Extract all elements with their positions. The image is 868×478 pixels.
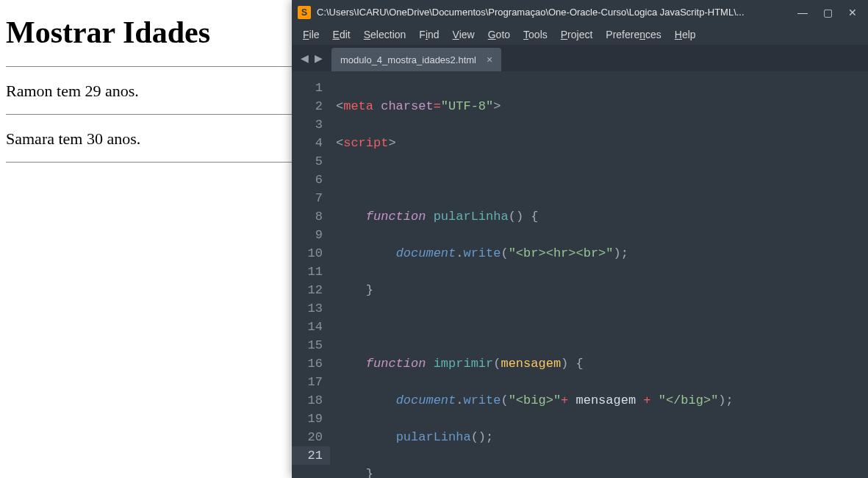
line-number: 2 xyxy=(292,97,323,115)
close-button[interactable]: ✕ xyxy=(847,7,858,18)
line-number: 16 xyxy=(292,354,323,373)
line-number: 12 xyxy=(292,281,323,299)
menu-edit[interactable]: Edit xyxy=(326,26,357,43)
code-editor[interactable]: 1 2 3 4 5 6 7 8 9 10 11 12 13 14 15 16 1… xyxy=(292,71,868,478)
window-title: C:\Users\ICARU\OneDrive\Documentos\Progr… xyxy=(317,7,793,18)
nav-back-icon[interactable]: ◀ xyxy=(301,52,309,64)
line-number: 6 xyxy=(292,171,323,189)
tab-bar: ◀ ▶ modulo_4_mostra_idades2.html × xyxy=(292,45,868,71)
tab-close-icon[interactable]: × xyxy=(487,54,492,65)
menu-selection[interactable]: Selection xyxy=(357,26,413,43)
menu-help[interactable]: Help xyxy=(668,26,703,43)
line-number: 8 xyxy=(292,207,323,226)
maximize-button[interactable]: ▢ xyxy=(822,7,833,18)
line-number: 5 xyxy=(292,152,323,171)
tab-nav: ◀ ▶ xyxy=(292,45,331,71)
line-number: 1 xyxy=(292,79,323,97)
menu-goto[interactable]: Goto xyxy=(481,26,517,43)
editor-window: S C:\Users\ICARU\OneDrive\Documentos\Pro… xyxy=(292,0,868,478)
line-number: 15 xyxy=(292,336,323,354)
window-titlebar[interactable]: S C:\Users\ICARU\OneDrive\Documentos\Pro… xyxy=(292,0,868,24)
menu-file[interactable]: File xyxy=(296,26,326,43)
line-number: 9 xyxy=(292,226,323,244)
line-number: 20 xyxy=(292,428,323,446)
sublime-icon: S xyxy=(298,6,311,19)
line-gutter: 1 2 3 4 5 6 7 8 9 10 11 12 13 14 15 16 1… xyxy=(292,71,330,478)
nav-forward-icon[interactable]: ▶ xyxy=(315,52,323,64)
line-number: 13 xyxy=(292,299,323,318)
menu-view[interactable]: View xyxy=(446,26,481,43)
menu-project[interactable]: Project xyxy=(554,26,600,43)
line-number: 4 xyxy=(292,134,323,152)
line-number: 10 xyxy=(292,244,323,263)
minimize-button[interactable]: — xyxy=(797,7,808,18)
menu-find[interactable]: Find xyxy=(412,26,445,43)
line-number: 3 xyxy=(292,115,323,134)
file-tab[interactable]: modulo_4_mostra_idades2.html × xyxy=(331,48,501,71)
line-number: 21 xyxy=(292,446,330,465)
menu-preferences[interactable]: Preferences xyxy=(599,26,668,43)
menu-tools[interactable]: Tools xyxy=(517,26,554,43)
line-number: 19 xyxy=(292,410,323,428)
line-number: 17 xyxy=(292,373,323,391)
line-number: 11 xyxy=(292,263,323,281)
code-content[interactable]: <meta charset="UTF-8"> <script> function… xyxy=(330,71,868,478)
line-number: 14 xyxy=(292,318,323,336)
menu-bar: File Edit Selection Find View Goto Tools… xyxy=(292,24,868,45)
window-controls: — ▢ ✕ xyxy=(793,7,862,18)
line-number: 7 xyxy=(292,189,323,207)
line-number: 18 xyxy=(292,391,323,410)
tab-filename: modulo_4_mostra_idades2.html xyxy=(340,54,476,65)
